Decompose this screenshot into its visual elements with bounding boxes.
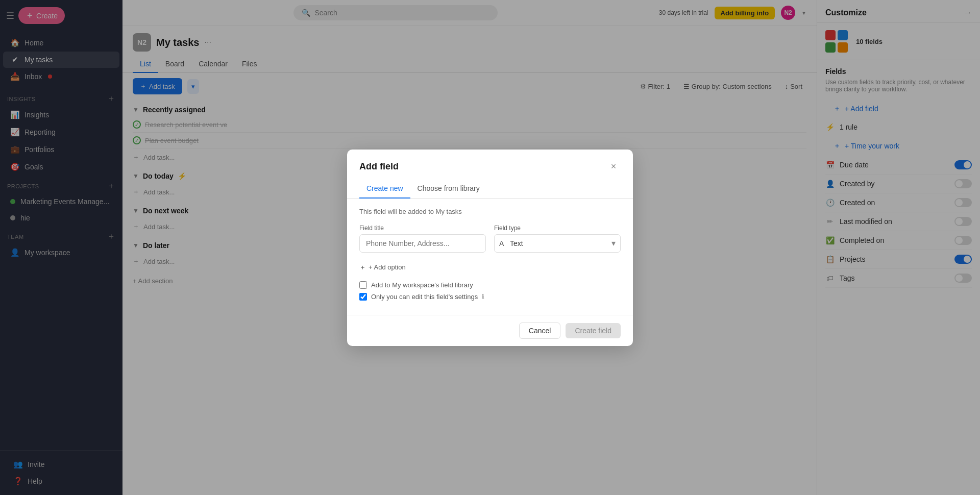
field-type-icon: A — [499, 239, 504, 247]
modal-close-button[interactable]: × — [606, 160, 621, 174]
modal-overlay[interactable]: Add field × Create new Choose from libra… — [0, 0, 980, 495]
checkbox-library-row: Add to My workspace's field library — [359, 281, 621, 289]
create-field-button[interactable]: Create field — [566, 323, 621, 338]
add-option-icon: ＋ — [359, 263, 366, 272]
field-type-wrapper: A Text Number Date Person Checkbox URL E… — [494, 234, 621, 253]
checkbox-edit-label: Only you can edit this field's settings — [371, 293, 478, 301]
add-field-modal: Add field × Create new Choose from libra… — [347, 150, 633, 346]
modal-body: This field will be added to My tasks Fie… — [347, 199, 633, 315]
modal-tabs: Create new Choose from library — [347, 174, 633, 199]
field-title-label: Field title — [359, 225, 486, 232]
modal-description: This field will be added to My tasks — [359, 208, 621, 215]
checkbox-library[interactable] — [359, 281, 367, 289]
field-type-field: Field type A Text Number Date Person Che… — [494, 225, 621, 253]
checkbox-edit[interactable] — [359, 293, 367, 301]
modal-tab-create-new[interactable]: Create new — [359, 180, 410, 199]
modal-fields: Field title Field type A Text Number Dat… — [359, 225, 621, 253]
cancel-button[interactable]: Cancel — [519, 323, 561, 339]
info-icon: ℹ — [482, 293, 484, 300]
add-option-button[interactable]: ＋ + Add option — [359, 261, 406, 274]
field-type-select[interactable]: Text Number Date Person Checkbox URL Ema… — [494, 234, 621, 253]
checkbox-library-label: Add to My workspace's field library — [371, 281, 473, 289]
field-title-input[interactable] — [359, 234, 486, 253]
field-title-field: Field title — [359, 225, 486, 253]
modal-footer: Cancel Create field — [347, 315, 633, 346]
modal-tab-choose-library[interactable]: Choose from library — [410, 180, 487, 199]
modal-header: Add field × — [347, 150, 633, 174]
modal-title: Add field — [359, 161, 399, 172]
field-type-label: Field type — [494, 225, 621, 232]
checkbox-edit-row: Only you can edit this field's settings … — [359, 293, 621, 301]
